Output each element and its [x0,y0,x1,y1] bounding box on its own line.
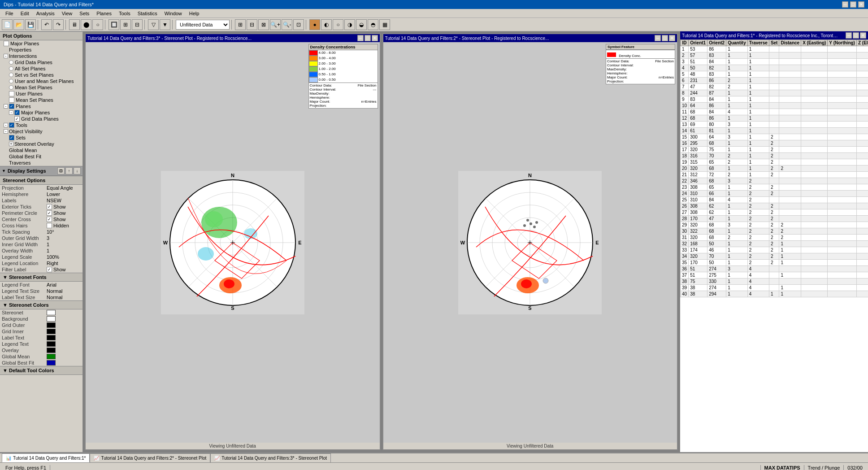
sets-checkbox[interactable] [9,135,14,140]
tools-item[interactable]: - Tools [0,122,82,128]
table-row[interactable]: 35184111.5 [681,59,868,65]
table-row[interactable]: 28170471221.5 [681,216,868,222]
table-row[interactable]: 321685012215 [681,241,868,247]
planes-major-checkbox[interactable] [14,110,20,115]
filter-label-check[interactable] [47,267,52,272]
grid3-btn[interactable]: ⊠ [258,19,269,30]
filter2-btn[interactable]: ⊞ [120,19,131,30]
col-orient2[interactable]: Orient2 [707,40,726,46]
menu-window[interactable]: Window [161,10,186,17]
stereonet-color-swatch[interactable] [47,310,56,315]
grid-data-planes-radio[interactable] [9,60,13,65]
display-btn3[interactable]: ↓ [74,167,81,174]
table-row[interactable]: 106486111.5 [681,103,868,109]
stereonet1-max[interactable]: □ [365,35,371,41]
new-btn[interactable]: 📄 [2,19,13,30]
table-row[interactable]: 343207012212 [681,253,868,260]
tools-expand[interactable]: - [4,123,8,127]
global-best-fit-color-swatch[interactable] [47,360,56,366]
global-mean-color-swatch[interactable] [47,354,56,359]
save-btn[interactable]: 💾 [25,19,36,30]
table-row[interactable]: 293206832220.25 [681,222,868,228]
col-y[interactable]: Y (Northing) [828,40,857,46]
grid-outer-color-swatch[interactable] [47,322,56,328]
table-row[interactable]: 203206811220.4 [681,165,868,172]
planes-checkbox[interactable] [9,104,14,109]
table-row[interactable]: 27308621221 [681,209,868,216]
color2-btn[interactable]: ◐ [321,19,332,30]
table-row[interactable]: 3651274340.3 [681,266,868,272]
table-row[interactable]: 351705012213 [681,260,868,266]
planes-major-item[interactable]: - Major Planes [0,109,82,116]
circle1-btn[interactable]: ⬤ [81,19,91,30]
planes-major-expand[interactable]: - [9,110,13,115]
mean-set-planes-item[interactable]: Mean Set Planes [0,84,82,91]
col-id[interactable]: ID [681,40,689,46]
right-panel-close[interactable]: ✕ [860,32,866,39]
grid2-btn[interactable]: ⊟ [247,19,257,30]
menu-statistics[interactable]: Statistics [134,10,161,17]
planes-item[interactable]: - Planes [0,103,82,109]
menu-tools[interactable]: Tools [115,10,134,17]
ext-ticks-check[interactable] [47,204,52,209]
sets-item[interactable]: Sets [0,135,82,141]
stereonet2-close[interactable]: ✕ [669,35,675,41]
monitor-btn[interactable]: 🖥 [69,19,80,30]
table-row[interactable]: 16295681121 [681,140,868,147]
table-row[interactable]: 17320751120.5 [681,147,868,153]
table-row[interactable]: 136980311.5 [681,122,868,128]
col-quantity[interactable]: Quantity [726,40,748,46]
menu-help[interactable]: Help [186,10,203,17]
table-row[interactable]: 2531084420.3 [681,197,868,203]
global-mean-item[interactable]: Global Mean [0,147,82,153]
overlay-expand[interactable]: + [9,142,13,146]
stereonet2-max[interactable]: □ [662,35,668,41]
color4-btn[interactable]: ◑ [344,19,355,30]
object-visibility-item[interactable]: - Object Visibility [0,128,82,135]
menu-view[interactable]: View [58,10,76,17]
col-set[interactable]: Set [769,40,779,46]
grid-data-planes-item[interactable]: Grid Data Planes [0,59,82,65]
filter1-btn[interactable]: 🔲 [108,19,119,30]
user-mean-set-planes-item[interactable]: User and Mean Set Planes [0,78,82,84]
mean-set-planes2-item[interactable]: Mean Set Planes [0,97,82,103]
tools-checkbox[interactable] [9,122,14,128]
maximize-btn[interactable]: □ [850,1,856,8]
tab-1[interactable]: 📊 Tutorial 14 Data Query and Filters:1* [2,453,90,462]
global-best-fit-item[interactable]: Global Best Fit [0,153,82,160]
major-planes-checkbox[interactable] [4,41,9,46]
grid-inner-color-swatch[interactable] [47,329,56,334]
color1-btn[interactable]: ● [309,19,320,30]
table-row[interactable]: 15300643120.2 [681,134,868,140]
col-x[interactable]: X (Easting) [801,40,828,46]
menu-planes[interactable]: Planes [93,10,115,17]
color6-btn[interactable]: ◓ [368,19,378,30]
table-row[interactable]: 2234668321 [681,178,868,184]
funnel2-btn[interactable]: ▼ [160,19,170,30]
user-mean-radio[interactable] [9,79,13,83]
table-row[interactable]: 303226812220.3 [681,228,868,235]
zoom-fit-btn[interactable]: ⊡ [293,19,304,30]
set-vs-set-radio[interactable] [9,73,13,77]
table-row[interactable]: 24310661221.5 [681,191,868,197]
table-row[interactable]: 126886113 [681,115,868,122]
menu-sets[interactable]: Sets [76,10,93,17]
minimize-btn[interactable]: ─ [842,1,848,8]
table-row[interactable]: 39382741411 [681,285,868,291]
col-traverse[interactable]: Traverse [747,40,769,46]
table-row[interactable]: 331744612211 [681,247,868,253]
redo-btn[interactable]: ↷ [53,19,64,30]
overlay-color-swatch[interactable] [47,348,56,353]
col-distance[interactable]: Distance [779,40,801,46]
display-settings-header[interactable]: ▼ Display Settings ⊡ ↑ ↓ [0,166,82,176]
table-row[interactable]: 23308651221 [681,184,868,191]
menu-file[interactable]: File [2,10,17,17]
intersections-item[interactable]: - Intersections [0,53,82,59]
color5-btn[interactable]: ◒ [356,19,367,30]
all-set-planes-item[interactable]: All Set Planes [0,65,82,72]
cross-hairs-check[interactable] [47,223,52,228]
table-row[interactable]: 98384110.75 [681,96,868,103]
planes-grid-checkbox[interactable] [14,116,20,122]
set-vs-set-planes-item[interactable]: Set vs Set Planes [0,72,82,78]
col-z[interactable]: Z (Elevation) [856,40,868,46]
